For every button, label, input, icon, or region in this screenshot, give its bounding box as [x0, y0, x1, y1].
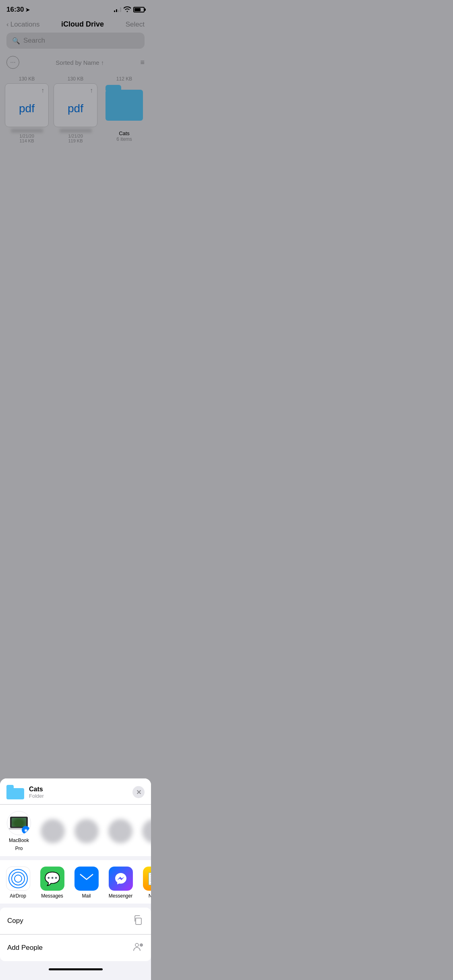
- share-sheet-background[interactable]: [0, 0, 151, 327]
